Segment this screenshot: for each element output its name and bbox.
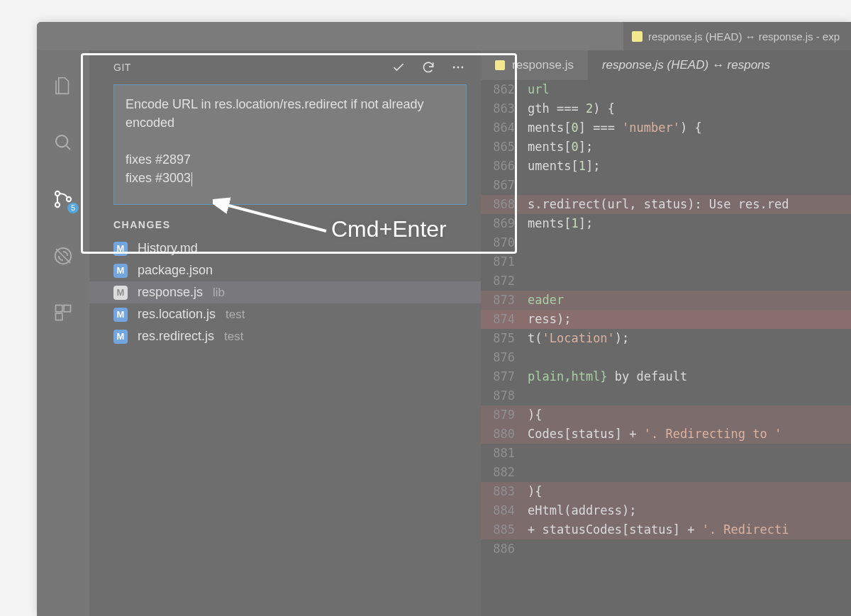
changes-list: MHistory.mdMpackage.jsonMresponse.jslibM… bbox=[89, 237, 481, 347]
code-text: t('Location'); bbox=[528, 329, 851, 348]
line-number: 880 bbox=[481, 425, 528, 444]
code-text bbox=[528, 271, 851, 291]
editor-tabs: response.js response.js (HEAD) ↔ respons bbox=[481, 50, 851, 80]
code-text: ress); bbox=[528, 310, 851, 329]
file-name: package.json bbox=[138, 263, 213, 278]
code-text: plain,html} by default bbox=[528, 367, 851, 386]
modified-badge: M bbox=[113, 264, 128, 278]
activity-bar: 5 bbox=[37, 50, 89, 616]
scm-title: GIT bbox=[113, 62, 391, 73]
title-bar: response.js (HEAD) ↔ response.js - exp bbox=[37, 22, 851, 50]
changes-row[interactable]: Mres.location.jstest bbox=[89, 303, 481, 325]
scm-sidebar: GIT Encode URL in res.location/res.redir… bbox=[89, 50, 481, 616]
modified-badge: M bbox=[113, 286, 128, 300]
code-line: 882 bbox=[481, 463, 851, 482]
tab-label: response.js bbox=[512, 58, 574, 72]
js-file-icon bbox=[632, 31, 643, 42]
svg-point-8 bbox=[453, 67, 455, 69]
more-actions-button[interactable] bbox=[451, 60, 465, 74]
code-text bbox=[528, 539, 851, 559]
commit-message-input[interactable]: Encode URL in res.location/res.redirect … bbox=[113, 84, 467, 205]
line-number: 883 bbox=[481, 482, 528, 501]
line-number: 870 bbox=[481, 233, 528, 252]
commit-message-text: Encode URL in res.location/res.redirect … bbox=[126, 97, 428, 185]
code-line: 886 bbox=[481, 539, 851, 559]
line-number: 869 bbox=[481, 214, 528, 233]
code-text bbox=[528, 444, 851, 463]
line-number: 871 bbox=[481, 252, 528, 271]
line-number: 885 bbox=[481, 520, 528, 539]
code-text: Codes[status] + '. Redirecting to ' bbox=[528, 425, 851, 444]
code-line: 873eader bbox=[481, 291, 851, 310]
code-line: 881 bbox=[481, 444, 851, 463]
code-text bbox=[528, 463, 851, 482]
code-line: 865ments[0]; bbox=[481, 138, 851, 157]
changes-row[interactable]: Mpackage.json bbox=[89, 259, 481, 281]
code-text: eHtml(address); bbox=[528, 501, 851, 520]
code-view[interactable]: 862url863gth === 2) {864ments[0] === 'nu… bbox=[481, 80, 851, 616]
code-line: 876 bbox=[481, 348, 851, 367]
file-path: test bbox=[224, 330, 243, 344]
file-name: response.js bbox=[138, 285, 203, 300]
commit-button[interactable] bbox=[391, 60, 406, 74]
changes-row[interactable]: Mres.redirect.jstest bbox=[89, 325, 481, 347]
svg-rect-5 bbox=[56, 306, 62, 312]
refresh-button[interactable] bbox=[421, 60, 435, 74]
svg-rect-7 bbox=[56, 313, 62, 320]
file-path: test bbox=[226, 308, 245, 322]
code-line: 866uments[1]; bbox=[481, 157, 851, 176]
changes-row[interactable]: MHistory.md bbox=[89, 237, 481, 259]
code-text bbox=[528, 252, 851, 271]
line-number: 868 bbox=[481, 195, 528, 214]
code-text: ments[1]; bbox=[528, 214, 851, 233]
line-number: 886 bbox=[481, 539, 528, 559]
search-icon[interactable] bbox=[52, 131, 74, 154]
code-text bbox=[528, 233, 851, 252]
debug-icon[interactable] bbox=[52, 245, 74, 267]
line-number: 884 bbox=[481, 501, 528, 520]
code-text: eader bbox=[528, 291, 851, 310]
line-number: 875 bbox=[481, 329, 528, 348]
explorer-icon[interactable] bbox=[52, 74, 74, 97]
line-number: 872 bbox=[481, 271, 528, 291]
code-line: 885+ statusCodes[status] + '. Redirecti bbox=[481, 520, 851, 539]
code-line: 870 bbox=[481, 233, 851, 252]
line-number: 881 bbox=[481, 444, 528, 463]
code-text bbox=[528, 348, 851, 367]
changes-row[interactable]: Mresponse.jslib bbox=[89, 281, 481, 303]
line-number: 879 bbox=[481, 405, 528, 425]
window-title-text: response.js (HEAD) ↔ response.js - exp bbox=[648, 30, 840, 43]
line-number: 867 bbox=[481, 176, 528, 195]
code-text: ){ bbox=[528, 405, 851, 425]
code-line: 862url bbox=[481, 80, 851, 99]
svg-point-9 bbox=[457, 67, 460, 69]
code-text bbox=[528, 386, 851, 405]
code-line: 868s.redirect(url, status): Use res.red bbox=[481, 195, 851, 214]
line-number: 864 bbox=[481, 118, 528, 138]
title-bar-title: response.js (HEAD) ↔ response.js - exp bbox=[623, 22, 851, 50]
tab-response-js[interactable]: response.js bbox=[481, 50, 588, 80]
editor-window: response.js (HEAD) ↔ response.js - exp 5 bbox=[37, 22, 851, 616]
source-control-icon[interactable]: 5 bbox=[52, 188, 74, 211]
code-line: 875t('Location'); bbox=[481, 329, 851, 348]
editor-area: response.js response.js (HEAD) ↔ respons… bbox=[481, 50, 851, 616]
tab-diff[interactable]: response.js (HEAD) ↔ respons bbox=[588, 50, 851, 80]
file-path: lib bbox=[213, 286, 225, 300]
code-text: + statusCodes[status] + '. Redirecti bbox=[528, 520, 851, 539]
scm-badge: 5 bbox=[67, 203, 79, 213]
code-line: 883){ bbox=[481, 482, 851, 501]
svg-point-0 bbox=[56, 135, 67, 147]
code-text: ){ bbox=[528, 482, 851, 501]
line-number: 862 bbox=[481, 80, 528, 99]
extensions-icon[interactable] bbox=[52, 301, 74, 324]
modified-badge: M bbox=[113, 308, 128, 322]
line-number: 874 bbox=[481, 310, 528, 329]
code-line: 878 bbox=[481, 386, 851, 405]
modified-badge: M bbox=[113, 242, 128, 256]
svg-point-1 bbox=[55, 191, 60, 196]
svg-point-3 bbox=[67, 197, 71, 201]
line-number: 882 bbox=[481, 463, 528, 482]
code-text: url bbox=[528, 80, 851, 99]
code-text: s.redirect(url, status): Use res.red bbox=[528, 195, 851, 214]
line-number: 876 bbox=[481, 348, 528, 367]
